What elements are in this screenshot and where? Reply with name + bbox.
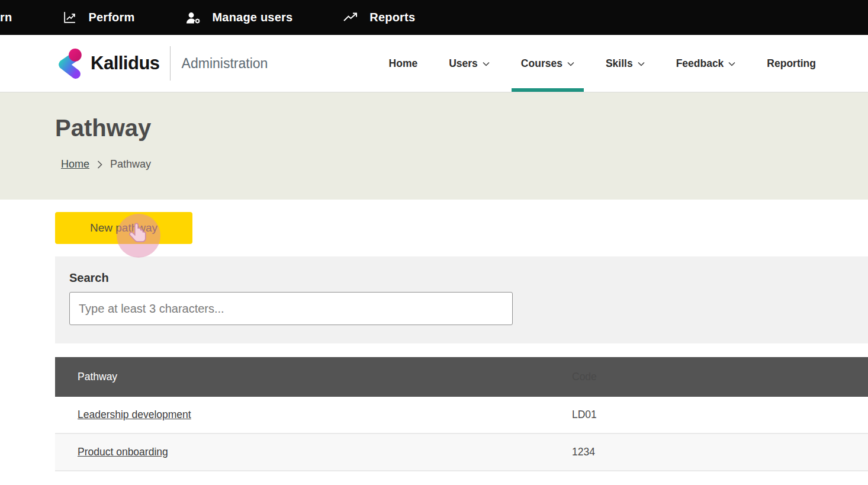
product-name: Administration [182, 56, 268, 72]
pathway-link[interactable]: Product onboarding [78, 446, 168, 458]
column-header-pathway: Pathway [55, 371, 572, 383]
page-title: Pathway [0, 92, 868, 142]
brand-divider [170, 46, 171, 81]
brand-name: Kallidus [91, 53, 160, 74]
table-row: Product onboarding 1234 [55, 434, 868, 471]
pathway-table: Pathway Code Leadership development LD01… [55, 357, 868, 485]
app-switch-reports-label: Reports [369, 11, 415, 24]
chevron-down-icon [638, 62, 645, 66]
chevron-down-icon [567, 62, 574, 66]
pathway-link[interactable]: Leadership development [78, 409, 191, 420]
table-row: Leadership development LD01 [55, 397, 868, 434]
tab-reporting-label: Reporting [767, 57, 816, 70]
user-gear-icon [185, 11, 201, 25]
trend-arrow-icon [343, 12, 358, 24]
app-switch-reports[interactable]: Reports [343, 11, 415, 24]
chevron-right-icon [97, 160, 102, 169]
tab-feedback[interactable]: Feedback [676, 35, 736, 92]
app-switch-manage-users-label: Manage users [213, 11, 293, 24]
tab-courses[interactable]: Courses [521, 35, 574, 92]
column-header-code: Code [572, 371, 868, 383]
tab-users-label: Users [449, 57, 478, 70]
table-row-partial [55, 471, 868, 485]
tab-skills[interactable]: Skills [606, 35, 645, 92]
breadcrumb-current: Pathway [110, 158, 151, 171]
tab-courses-label: Courses [521, 57, 562, 70]
search-panel: Search [55, 256, 868, 343]
chevron-down-icon [483, 62, 490, 66]
tab-skills-label: Skills [606, 57, 633, 70]
app-switch-perform[interactable]: Perform [62, 10, 134, 25]
pathway-code: 1234 [572, 446, 868, 458]
breadcrumb: Home Pathway [61, 158, 868, 171]
spacer [0, 343, 868, 357]
tab-feedback-label: Feedback [676, 57, 724, 70]
breadcrumb-home-link[interactable]: Home [61, 158, 89, 171]
kallidus-logo-icon [55, 47, 84, 79]
chart-icon [62, 10, 77, 25]
app-switch-learn-label: rn [0, 11, 12, 24]
page-hero: Pathway Home Pathway [0, 92, 868, 200]
app-switch-manage-users[interactable]: Manage users [185, 11, 293, 25]
tab-home[interactable]: Home [389, 35, 418, 92]
search-input[interactable] [69, 292, 513, 325]
admin-header: Kallidus Administration Home Users Cours… [0, 35, 868, 92]
tab-home-label: Home [389, 57, 418, 70]
top-app-bar: rn Perform Manage users [0, 0, 868, 35]
table-header-row: Pathway Code [55, 357, 868, 397]
action-zone: New pathway [0, 200, 868, 256]
app-switch-perform-label: Perform [88, 11, 134, 24]
kallidus-logo[interactable]: Kallidus [55, 47, 160, 79]
chevron-down-icon [728, 62, 735, 66]
pathway-code: LD01 [572, 409, 868, 421]
app-switch-learn[interactable]: rn [0, 11, 12, 24]
new-pathway-button[interactable]: New pathway [55, 212, 192, 244]
search-label: Search [69, 271, 868, 285]
tab-reporting[interactable]: Reporting [767, 35, 816, 92]
tab-users[interactable]: Users [449, 35, 490, 92]
admin-nav: Home Users Courses Skills Feedback [389, 35, 816, 92]
